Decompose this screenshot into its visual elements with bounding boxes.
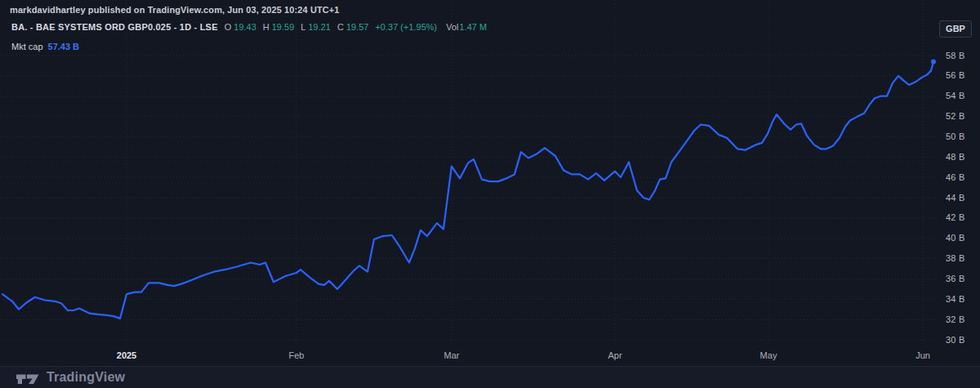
published-attribution: markdavidhartley published on TradingVie… [10, 5, 340, 15]
price-tick-label: 48 B [946, 152, 964, 162]
price-tick-label: 34 B [946, 294, 964, 304]
time-tick-label: 2025 [117, 350, 136, 360]
open-value: 19.43 [234, 22, 256, 32]
volume-value: 1.47 M [460, 22, 488, 32]
price-tick-label: 30 B [946, 335, 964, 345]
price-tick-label: 32 B [946, 314, 964, 324]
price-tick-label: 40 B [946, 233, 964, 243]
time-axis[interactable]: 2025FebMarAprMayJun [0, 347, 938, 366]
time-tick-label: Feb [289, 350, 305, 360]
market-cap-row: Mkt cap57.43 B [11, 42, 79, 51]
price-tick-label: 36 B [946, 274, 964, 283]
close-value: 19.57 [346, 22, 369, 32]
price-tick-label: 52 B [946, 111, 964, 121]
high-value: 19.59 [272, 22, 295, 32]
price-tick-label: 44 B [946, 193, 964, 203]
symbol-title: BA. - BAE SYSTEMS ORD GBP0.025 - 1D - LS… [11, 22, 218, 32]
tradingview-logo-icon[interactable] [16, 371, 40, 385]
open-label: O [225, 22, 232, 32]
close-label: C [337, 22, 344, 32]
time-tick-label: May [760, 350, 777, 360]
high-label: H [263, 22, 270, 32]
low-label: L [301, 22, 305, 32]
time-tick-label: Jun [915, 350, 930, 360]
low-value: 19.21 [308, 22, 331, 32]
last-price-marker [931, 60, 936, 65]
price-tick-label: 50 B [946, 132, 964, 141]
market-cap-value: 57.43 B [48, 42, 80, 51]
time-tick-label: Apr [608, 350, 621, 360]
change-value: +0.37 (+1.95%) [375, 22, 437, 32]
volume-label: Vol [446, 22, 458, 32]
tradingview-brand: TradingView [47, 370, 125, 385]
footer-bar: TradingView [0, 366, 980, 388]
price-tick-label: 58 B [946, 51, 964, 60]
currency-button[interactable]: GBP [939, 20, 972, 38]
price-tick-label: 42 B [946, 212, 964, 222]
time-tick-label: Mar [444, 350, 460, 360]
price-tick-label: 46 B [946, 172, 964, 182]
price-tick-label: 56 B [946, 70, 964, 80]
tradingview-snapshot: 58 B56 B54 B52 B50 B48 B46 B44 B42 B40 B… [0, 0, 980, 388]
price-line [2, 62, 933, 319]
market-cap-label: Mkt cap [11, 42, 43, 51]
chart-svg[interactable] [0, 0, 938, 366]
price-tick-label: 38 B [946, 253, 964, 263]
symbol-legend: BA. - BAE SYSTEMS ORD GBP0.025 - 1D - LS… [11, 22, 487, 32]
price-axis[interactable]: 58 B56 B54 B52 B50 B48 B46 B44 B42 B40 B… [939, 0, 980, 366]
price-tick-label: 54 B [946, 91, 964, 100]
chart-pane[interactable] [0, 0, 938, 366]
